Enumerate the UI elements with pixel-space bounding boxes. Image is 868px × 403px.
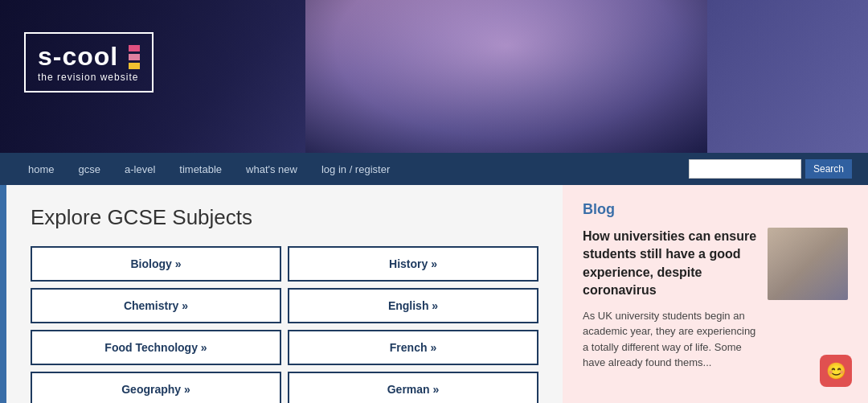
logo-color-blocks <box>129 45 140 69</box>
nav-gcse[interactable]: gcse <box>67 153 113 185</box>
chat-icon: 😊 <box>826 361 846 380</box>
logo-tagline: the revision website <box>38 72 140 83</box>
subject-german[interactable]: German » <box>288 372 538 403</box>
logo-text: s-cool <box>38 42 118 72</box>
blog-image <box>768 228 848 300</box>
chat-bubble[interactable]: 😊 <box>820 355 852 387</box>
nav-timetable[interactable]: timetable <box>167 153 234 185</box>
search-input[interactable] <box>689 159 801 179</box>
site-logo[interactable]: s-cool the revision website <box>24 32 154 93</box>
blog-headline[interactable]: How universities can ensure students sti… <box>583 228 758 300</box>
subjects-grid: Biology » History » Chemistry » English … <box>31 246 538 403</box>
search-button[interactable]: Search <box>805 159 852 179</box>
subject-english[interactable]: English » <box>288 288 538 323</box>
nav-login[interactable]: log in / register <box>309 153 402 185</box>
subject-chemistry[interactable]: Chemistry » <box>31 288 281 323</box>
subject-biology[interactable]: Biology » <box>31 246 281 282</box>
nav-home[interactable]: home <box>16 153 67 185</box>
blog-body: As UK university students begin an acade… <box>583 308 758 371</box>
blog-article: How universities can ensure students sti… <box>583 228 848 371</box>
hero-image <box>305 0 707 153</box>
blog-text: How universities can ensure students sti… <box>583 228 758 371</box>
gcse-section: Explore GCSE Subjects Biology » History … <box>6 185 563 403</box>
search-form: Search <box>689 159 852 179</box>
main-nav: home gcse a-level timetable what's new l… <box>0 153 868 185</box>
hero-banner: s-cool the revision website <box>0 0 868 153</box>
subject-geography[interactable]: Geography » <box>31 372 281 403</box>
nav-whatsnew[interactable]: what's new <box>234 153 309 185</box>
main-content: Explore GCSE Subjects Biology » History … <box>0 185 868 403</box>
subject-food-tech[interactable]: Food Technology » <box>31 330 281 365</box>
left-accent-bar <box>0 185 6 403</box>
nav-alevel[interactable]: a-level <box>113 153 167 185</box>
blog-label: Blog <box>583 201 848 218</box>
subject-history[interactable]: History » <box>288 246 538 282</box>
subject-french[interactable]: French » <box>288 330 538 365</box>
gcse-title: Explore GCSE Subjects <box>31 205 538 230</box>
